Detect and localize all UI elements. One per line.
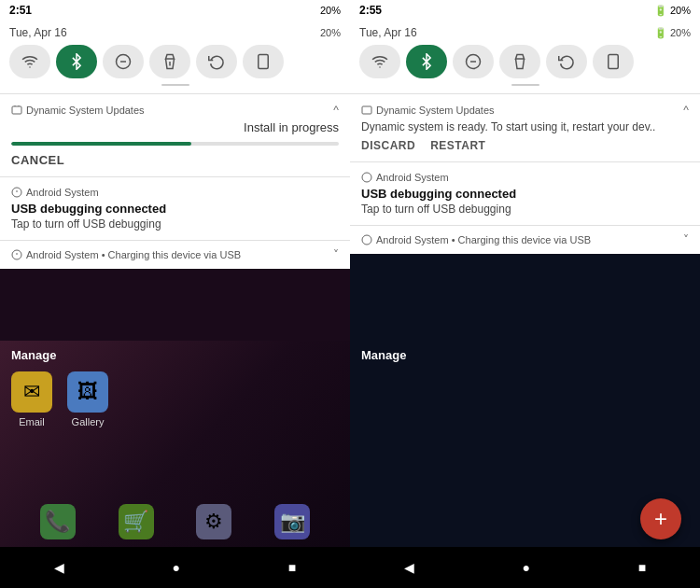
dock-camera[interactable]: 📷 — [274, 504, 310, 539]
qs-extra[interactable] — [243, 45, 284, 78]
svg-point-14 — [379, 66, 381, 68]
notif-usb: Android System USB debugging connected T… — [0, 176, 350, 240]
left-status-icons: 20% — [320, 5, 341, 16]
charging-chevron[interactable]: ˅ — [333, 248, 339, 261]
notif-charging-app: Android System • Charging this device vi… — [11, 249, 241, 260]
left-status-bar: 2:51 20% — [0, 0, 350, 21]
notif-usb-header: Android System — [11, 187, 339, 198]
svg-point-0 — [29, 66, 31, 68]
dock-settings[interactable]: ⚙ — [196, 504, 231, 539]
svg-rect-18 — [362, 106, 371, 114]
dock-store-icon: 🛒 — [119, 504, 154, 539]
qs-wifi[interactable] — [9, 45, 50, 78]
notif-usb-text: Tap to turn off USB debugging — [11, 217, 339, 231]
app-email-icon: ✉ — [11, 371, 52, 413]
left-qs-date: Tue, Apr 16 20% — [9, 26, 341, 39]
qs-rotate[interactable] — [196, 45, 237, 78]
left-phone-panel: 2:51 20% Tue, Apr 16 20% — [0, 0, 350, 588]
left-manage-label: Manage — [11, 348, 339, 362]
right-time: 2:55 — [359, 4, 382, 17]
app-email-wrap[interactable]: ✉ Email — [11, 371, 52, 427]
left-dock: 📞 🛒 ⚙ 📷 — [0, 497, 350, 547]
right-phone-panel: 2:55 🔋 20% Tue, Apr 16 🔋 20% — [350, 0, 700, 588]
dock-phone-icon: 📞 — [40, 504, 76, 539]
restart-button[interactable]: RESTART — [430, 139, 485, 152]
right-status-icons: 🔋 20% — [654, 5, 691, 17]
right-qs-tiles — [359, 45, 691, 78]
app-gallery-wrap[interactable]: 🖼 Gallery — [67, 371, 108, 427]
dock-settings-icon: ⚙ — [196, 504, 231, 539]
right-notif-usb: Android System USB debugging connected T… — [350, 161, 700, 225]
right-qs-rotate[interactable] — [546, 45, 587, 78]
right-notif-dsu-chevron[interactable]: ^ — [683, 104, 689, 117]
svg-point-19 — [362, 173, 371, 182]
right-battery-icon: 🔋 20% — [654, 5, 691, 17]
notif-usb-app: Android System — [11, 187, 99, 198]
nav-home[interactable]: ● — [173, 560, 180, 575]
notif-dsu-header: Dynamic System Updates ^ — [11, 104, 339, 117]
discard-button[interactable]: DISCARD — [361, 139, 415, 152]
app-gallery-label: Gallery — [72, 416, 105, 427]
left-notifications: Dynamic System Updates ^ Install in prog… — [0, 93, 350, 341]
right-notif-dsu-app: Dynamic System Updates — [361, 105, 495, 116]
right-notif-usb-header: Android System — [361, 172, 689, 183]
battery-icon: 20% — [320, 5, 341, 16]
qs-flashlight[interactable] — [149, 45, 190, 78]
app-email-label: Email — [19, 416, 45, 427]
right-qs-dnd[interactable] — [453, 45, 494, 78]
notif-charging[interactable]: Android System • Charging this device vi… — [0, 240, 350, 269]
right-home-screen: Manage + ◀ ● ■ — [350, 341, 700, 588]
right-manage-section: Manage — [350, 341, 700, 371]
right-qs-date: Tue, Apr 16 🔋 20% — [359, 26, 691, 39]
svg-rect-17 — [609, 55, 619, 69]
dock-camera-icon: 📷 — [274, 504, 310, 539]
notif-dsu-progress-fill — [11, 142, 191, 146]
left-apps-top: ✉ Email 🖼 Gallery — [11, 368, 339, 431]
left-time: 2:51 — [9, 4, 32, 17]
nav-recents[interactable]: ■ — [288, 560, 296, 575]
notif-dsu-chevron[interactable]: ^ — [333, 104, 339, 117]
svg-point-20 — [362, 235, 371, 245]
right-nav-home[interactable]: ● — [523, 560, 530, 575]
right-nav-bar: ◀ ● ■ — [350, 547, 700, 588]
right-status-bar: 2:55 🔋 20% — [350, 0, 700, 21]
right-notifications: Dynamic System Updates ^ Dynamic system … — [350, 93, 700, 341]
fab-button[interactable]: + — [640, 498, 681, 539]
left-home-screen: Manage ✉ Email 🖼 Gallery 📞 🛒 — [0, 341, 350, 588]
right-nav-recents[interactable]: ■ — [638, 560, 646, 575]
right-qs-flashlight[interactable] — [499, 45, 540, 78]
right-qs-wifi[interactable] — [359, 45, 400, 78]
qs-dnd[interactable] — [103, 45, 144, 78]
right-notif-usb-text: Tap to turn off USB debugging — [361, 203, 689, 216]
right-notif-dsu-header: Dynamic System Updates ^ — [361, 104, 689, 117]
right-quick-settings: Tue, Apr 16 🔋 20% — [350, 21, 700, 93]
right-qs-bluetooth[interactable] — [406, 45, 447, 78]
dock-store[interactable]: 🛒 — [119, 504, 154, 539]
notif-dsu: Dynamic System Updates ^ Install in prog… — [0, 93, 350, 176]
notif-usb-title: USB debugging connected — [11, 202, 339, 216]
svg-rect-5 — [12, 106, 21, 114]
left-quick-settings: Tue, Apr 16 20% — [0, 21, 350, 93]
notif-dsu-progress-bg — [11, 142, 339, 146]
right-notif-usb-app: Android System — [361, 172, 449, 183]
right-notif-charging[interactable]: Android System • Charging this device vi… — [350, 225, 700, 254]
right-charging-chevron[interactable]: ˅ — [683, 233, 689, 246]
notif-dsu-status: Install in progress — [244, 120, 339, 134]
dock-phone[interactable]: 📞 — [40, 504, 76, 539]
right-notif-usb-title: USB debugging connected — [361, 187, 689, 201]
right-notif-charging-app: Android System • Charging this device vi… — [361, 234, 591, 245]
right-notif-dsu-actions: DISCARD RESTART — [361, 139, 689, 152]
right-manage-label: Manage — [361, 348, 689, 362]
cancel-button[interactable]: CANCEL — [11, 153, 339, 167]
svg-rect-4 — [259, 55, 269, 69]
notif-dsu-app: Dynamic System Updates — [11, 105, 145, 116]
nav-back[interactable]: ◀ — [54, 560, 64, 575]
right-notif-dsu: Dynamic System Updates ^ Dynamic system … — [350, 93, 700, 161]
qs-bluetooth[interactable] — [56, 45, 97, 78]
right-qs-divider — [511, 84, 539, 86]
app-gallery-icon: 🖼 — [67, 371, 108, 413]
right-nav-back[interactable]: ◀ — [404, 560, 414, 575]
left-manage-section: Manage ✉ Email 🖼 Gallery — [0, 341, 350, 435]
left-qs-tiles — [9, 45, 341, 78]
right-qs-extra[interactable] — [593, 45, 634, 78]
